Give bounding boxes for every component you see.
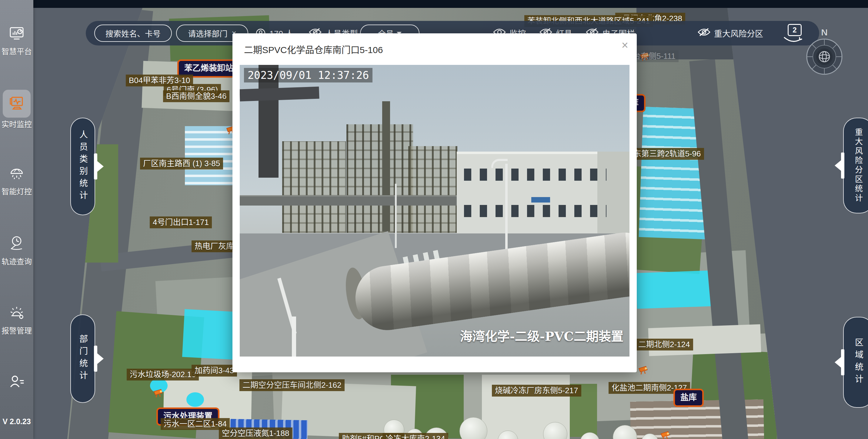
sidebar-item-alarm-manage[interactable]: 报警管理 [0,304,33,335]
tab-personnel-category-stats[interactable]: 人员类别统计 [70,118,95,215]
map-point-label[interactable]: 东第三跨2轨道5-96 [630,148,704,160]
map-building [185,126,238,185]
camera-scene-plant [282,141,346,233]
sidebar-item-label: 报警管理 [0,325,33,335]
compass[interactable]: N [805,27,844,97]
sidebar: 智慧平台 实时监控 智能灯控 轨迹查询 [0,0,33,439]
search-input[interactable]: 搜索姓名、卡号 [94,25,172,42]
tab-department-stats[interactable]: 部门统计 [70,314,95,403]
version-label: V 2.0.23 [0,417,33,426]
eye-off-icon[interactable] [698,28,710,39]
camera-modal: 二期SPVC化学品仓库南门口5-106 × 2023/09/01 12:37:2… [232,33,637,372]
sidebar-item-label: 智慧平台 [0,46,33,56]
camera-scene-lamp [395,184,397,248]
tab-arrow-left-icon [835,159,842,172]
camera-scene-plant [346,124,413,233]
map-point-label[interactable]: 空分空压液氮1-188 [219,428,292,439]
dashboard-monitor-icon [8,25,25,42]
tab-arrow-right-icon [96,353,104,365]
person-list-icon [8,374,25,390]
cctv-icon[interactable] [153,389,164,398]
camera-timestamp: 2023/09/01 12:37:26 [244,68,372,83]
sidebar-item-personnel[interactable] [0,374,33,392]
map-point-label[interactable]: 二期空分空压车间北侧2-162 [240,379,345,391]
swap-arrow-icon [783,36,802,43]
tab-label: 部门统计 [77,334,89,383]
map-building [636,270,717,309]
sidebar-item-realtime-monitor[interactable]: 实时监控 [0,90,33,150]
realtime-monitor-icon [8,95,25,112]
map-point-label[interactable]: 污水垃圾场-202.13 [127,369,199,380]
map-building [182,309,238,360]
map-point-label[interactable]: 4号门出口1-171 [150,216,212,228]
sidebar-item-label: 实时监控 [0,118,33,129]
map-point-label[interactable]: 烧碱冷冻厂房东侧5-217 [492,385,581,397]
sidebar-item-track-query[interactable]: 轨迹查询 [0,235,33,266]
department-placeholder: 请选择部门 [188,28,227,39]
camera-scene-windows [464,169,607,181]
screen-count-value: 2 [793,26,797,34]
compass-north-label: N [805,27,844,37]
camera-scene-bollard [292,317,296,356]
map-point-label[interactable]: 盐库 [674,389,704,407]
map-point-label[interactable]: 热电厂灰库 [191,240,237,252]
modal-title: 二期SPVC化学品仓库南门口5-106 [244,42,383,56]
toggle-major-risk-zone[interactable]: 重大风险分区 [698,21,763,46]
search-placeholder: 搜索姓名、卡号 [105,28,161,39]
track-query-icon [8,235,25,252]
sidebar-item-smart-lamp[interactable]: 智能灯控 [0,165,33,197]
map-point-label[interactable]: 冷冻大库南2-134 [382,433,448,439]
tab-label: 区域统计 [852,338,864,386]
top-strip [33,0,868,8]
tab-arrow-left-icon [835,356,842,368]
sidebar-item-label: 智能灯控 [0,185,33,197]
camera-feed: 2023/09/01 12:37:26 海湾化学-二级-PVC二期装置 [240,65,629,356]
close-icon[interactable]: × [622,39,628,51]
compass-rose-icon[interactable] [805,37,843,76]
map-point-label[interactable]: 加药间3-43 [191,365,237,377]
cctv-icon[interactable] [638,365,649,375]
tab-area-stats[interactable]: 区域统计 [843,317,868,408]
tab-major-risk-zone-stats[interactable]: 重大风险分区统计 [843,118,868,213]
camera-scene-tower [382,101,390,232]
map-building [186,392,204,407]
camera-scene-lamp [505,164,508,261]
map-point-label[interactable]: 二期北侧2-124 [635,339,693,350]
toggle-label: 重大风险分区 [714,27,763,39]
map-point-label[interactable]: B西南侧全貌3-46 [163,90,229,102]
sidebar-item-smart-platform[interactable]: 智慧平台 [0,25,33,56]
screen-count-button[interactable]: 2 [783,21,802,46]
camera-scene-plant [408,146,457,233]
map-point-label[interactable]: 厂区南主路西 (1) 3-85 [140,158,223,170]
cctv-icon[interactable] [660,431,671,439]
camera-scene-sign [531,197,550,203]
alarm-manage-icon [8,304,25,321]
tab-arrow-right-icon [96,160,104,173]
tab-label: 重大风险分区统计 [853,128,864,203]
camera-watermark: 海湾化学-二级-PVC二期装置 [460,326,623,344]
screen-count-icon: 2 [788,24,802,36]
tab-label: 人员类别统计 [77,130,89,203]
sidebar-item-label: 轨迹查询 [0,256,33,266]
camera-scene-windows [464,205,607,217]
camera-scene-beam [240,86,319,101]
smart-lamp-icon [8,165,25,182]
camera-scene-piperack [240,195,464,206]
